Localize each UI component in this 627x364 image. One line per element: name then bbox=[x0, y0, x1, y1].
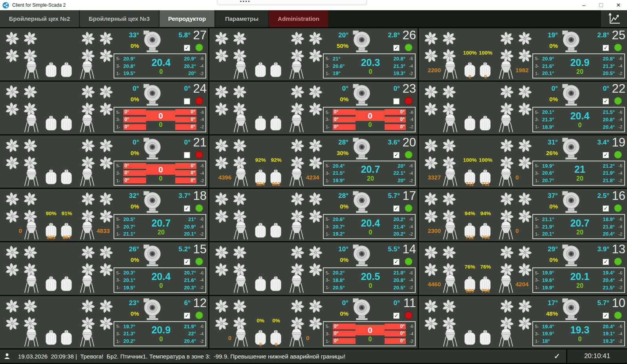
secondary-temp-value: 2.5° bbox=[586, 192, 609, 200]
feed-hopper-icon bbox=[24, 273, 39, 294]
zone-checkbox[interactable] bbox=[184, 152, 190, 158]
average-temp-block: 19.3 0 bbox=[567, 323, 592, 345]
minimize-button[interactable]: – bbox=[575, 0, 592, 10]
tab-broiler-shop-2[interactable]: Бройлерный цех №2 bbox=[0, 10, 79, 27]
status-light-icon bbox=[614, 204, 622, 212]
zone-readings-box: 5-20.4° 3-21.5° 1-19.9° 20.7 20 20°-6 22… bbox=[323, 161, 416, 186]
ack-alarm-button[interactable]: ✓ bbox=[548, 349, 566, 363]
outside-temp-value: 28° bbox=[323, 139, 348, 146]
trends-button[interactable] bbox=[601, 10, 627, 27]
house-panel[interactable]: 0° 0% 0° 22 ✓ 5-20.1° 3-21.3° 1-18.9° 20… bbox=[419, 82, 627, 134]
zone-checkbox[interactable]: ✓ bbox=[184, 45, 190, 51]
secondary-temp-value: 0° bbox=[586, 85, 609, 93]
setpoint-value: 20 bbox=[567, 229, 592, 236]
fan-icon bbox=[214, 31, 229, 46]
house-panel[interactable]: 10° 0% 5.5° 14 ✓ 5-20.2° 3-18.8° 1-20.5°… bbox=[209, 242, 418, 294]
titlebar-notch[interactable]: •••• bbox=[217, 0, 367, 5]
zone-checkbox[interactable]: ✓ bbox=[184, 259, 190, 265]
fan-icon bbox=[214, 102, 229, 117]
secondary-temp-value: 0° bbox=[167, 85, 191, 93]
zone-temp-value: 18.9° bbox=[603, 216, 615, 222]
close-button[interactable]: ✕ bbox=[610, 0, 627, 10]
fan-icon bbox=[442, 138, 456, 153]
maximize-button[interactable] bbox=[592, 0, 610, 10]
house-panel[interactable]: 23° 0% 6° 12 ✓ 5-19.7° 3-21.3° 1-20.2° 2… bbox=[0, 296, 208, 348]
zone-temp-value: 20.3° bbox=[123, 270, 136, 276]
fan-icon bbox=[499, 245, 514, 260]
ventilation-percent-value: 50% bbox=[323, 42, 348, 49]
ventilation-percent-value: 0% bbox=[113, 96, 139, 102]
tab-administration[interactable]: Administration bbox=[269, 10, 328, 27]
house-panel[interactable]: 0° 0% 0° 23 5-0° 3-0° 1-0° 0 0 0°-6 0°-4… bbox=[209, 82, 418, 134]
silo-icon bbox=[60, 275, 73, 293]
zone-temp-value: 19.5° bbox=[123, 70, 136, 76]
fan-icon bbox=[442, 245, 456, 260]
zone-temp-value: 0° bbox=[175, 124, 196, 130]
tab-broiler-shop-3[interactable]: Бройлерный цех №3 bbox=[80, 10, 159, 27]
zone-checkbox[interactable]: ✓ bbox=[393, 313, 400, 319]
fan-icon bbox=[290, 138, 305, 153]
feed-hopper-icon bbox=[289, 273, 304, 294]
tab-reproducer[interactable]: Репродуктор bbox=[160, 10, 214, 27]
zone-temps-left: 5-20.4° 3-21.5° 1-19.9° bbox=[326, 162, 358, 184]
zone-temp-value: 19.9° bbox=[542, 163, 554, 169]
outside-temp-value: 37° bbox=[532, 192, 558, 200]
blower-icon bbox=[141, 190, 163, 214]
fan-icon bbox=[308, 84, 323, 99]
house-panel[interactable]: 28° 0% 5.7° 17 ✓ 5-20.6° 3-20.7° 1-19.2°… bbox=[209, 189, 418, 241]
zone-checkbox[interactable]: ✓ bbox=[393, 152, 400, 158]
house-panel[interactable]: 26° 0% 5.2° 15 ✓ 5-20.3° 3-20.1° 1-19.5°… bbox=[0, 242, 208, 294]
house-panel[interactable]: 0% 0% 0 0 0 0 0° 0% 0° 11 ✓ 5-0° 3-0° 1-… bbox=[209, 296, 418, 348]
zone-temp-value: 21.3° bbox=[393, 63, 405, 69]
zone-checkbox[interactable]: ✓ bbox=[393, 45, 400, 51]
zone-checkbox[interactable]: ✓ bbox=[184, 313, 190, 319]
outside-temp-value: 0° bbox=[113, 139, 139, 146]
zone-temp-value: 0° bbox=[123, 109, 146, 115]
house-panel[interactable]: 0° 0% 0° 24 5-0° 3-0° 1-0° 0 0 0°-6 0°-4… bbox=[0, 82, 208, 134]
house-number: 21 bbox=[191, 135, 207, 150]
house-panel[interactable]: 100% 100% 2200 0 0 1982 19° 0% 2.8° 25 ✓… bbox=[419, 28, 627, 80]
zone-temps-right: 19.4°-6 20.4°-4 21.5°-2 bbox=[592, 269, 622, 291]
setpoint-value: 20 bbox=[567, 175, 592, 182]
house-panel[interactable]: 92% 92% 4396 824 802 4234 28° 30% 3.6° 2… bbox=[209, 135, 418, 188]
silo-icon bbox=[254, 115, 267, 132]
feed-hopper-icon bbox=[24, 113, 39, 133]
status-light-icon bbox=[195, 311, 203, 319]
house-panel[interactable]: 94% 94% 2300 712 706 0 37° 0% 2.5° 16 ✓ … bbox=[419, 189, 627, 241]
zone-checkbox[interactable]: ✓ bbox=[603, 98, 609, 104]
zone-checkbox[interactable]: ✓ bbox=[603, 45, 609, 51]
house-panel[interactable]: 90% 91% 0 805 807 4833 32° 0% 3.7° 18 ✓ … bbox=[0, 189, 208, 241]
fan-icon bbox=[499, 192, 514, 207]
check-icon: ✓ bbox=[603, 45, 609, 51]
house-panel[interactable]: 17° 48% 5.7° 10 ✓ 5-19.4° 3-19.9° 1-18° … bbox=[419, 296, 627, 348]
zone-checkbox[interactable]: ✓ bbox=[603, 152, 609, 158]
zone-checkbox[interactable]: ✓ bbox=[603, 205, 609, 212]
zone-temp-value: 21.5° bbox=[333, 170, 345, 176]
zone-checkbox[interactable]: ✓ bbox=[603, 259, 609, 265]
zone-checkbox[interactable] bbox=[393, 98, 400, 104]
status-light-icon bbox=[405, 97, 412, 105]
house-panel[interactable]: 33° 0% 5.8° 27 ✓ 5-20.9° 3-20.8° 1-19.5°… bbox=[0, 28, 208, 80]
house-panel[interactable]: 20° 50% 2.8° 26 ✓ 5-21° 3-20.6° 1-19° 20… bbox=[209, 28, 418, 80]
zone-readings-box: 5-0° 3-0° 1-0° 0 0 0°-6 0°-4 0°-2 bbox=[323, 107, 416, 132]
house-panel[interactable]: 0° 0% 0° 21 5-0° 3-0° 1-0° 0 0 0°-6 0°-4… bbox=[0, 135, 208, 188]
outside-temp-value: 17° bbox=[532, 299, 558, 307]
fan-icon bbox=[424, 138, 438, 153]
fan-icon bbox=[214, 84, 229, 99]
fan-icon bbox=[214, 48, 229, 63]
zone-checkbox[interactable]: ✓ bbox=[393, 205, 400, 212]
user-icon[interactable] bbox=[0, 349, 14, 363]
fan-icon bbox=[424, 316, 438, 331]
setpoint-value: 0 bbox=[148, 68, 174, 75]
fan-icon bbox=[517, 316, 532, 331]
zone-checkbox[interactable]: ✓ bbox=[393, 259, 400, 265]
fan-icon bbox=[214, 245, 229, 260]
zone-checkbox[interactable]: ✓ bbox=[603, 313, 609, 319]
zone-checkbox[interactable] bbox=[184, 98, 190, 104]
house-number: 14 bbox=[400, 242, 416, 256]
house-panel[interactable]: 76% 76% 4460 689 706 4204 29° 0% 3.9° 13… bbox=[419, 242, 627, 294]
house-panel[interactable]: 100% 100% 3327 711 711 0 31° 26% 3.4° 19… bbox=[419, 135, 627, 188]
fan-icon bbox=[517, 102, 532, 117]
zone-checkbox[interactable]: ✓ bbox=[184, 205, 190, 212]
tab-parameters[interactable]: Параметры bbox=[215, 10, 268, 27]
